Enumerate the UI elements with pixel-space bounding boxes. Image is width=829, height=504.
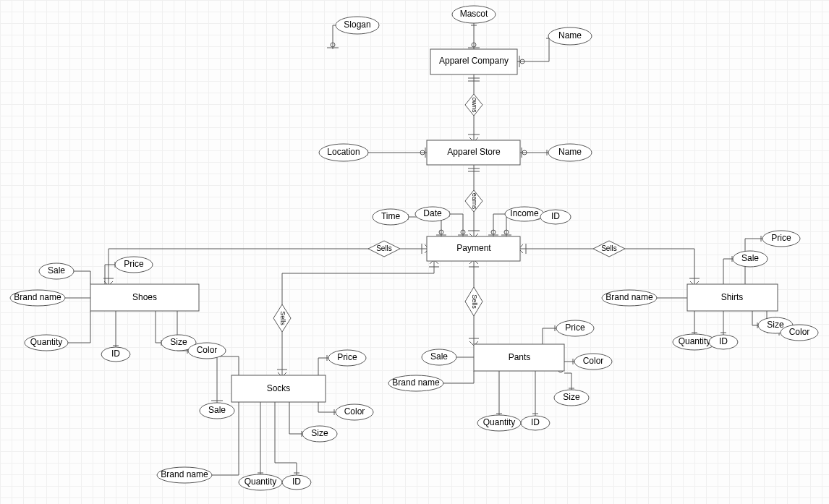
attr-shirts-sale-label: Sale bbox=[741, 253, 759, 263]
attr-slogan-label: Slogan bbox=[344, 20, 370, 30]
attr-as-name-label: Name bbox=[558, 147, 582, 157]
attr-socks-color-label: Color bbox=[344, 406, 365, 417]
attr-pants-sale-label: Sale bbox=[430, 351, 448, 362]
attr-shoes-price-label: Price bbox=[124, 259, 144, 269]
entity-payment-label: Payment bbox=[456, 243, 491, 253]
entity-apparel-company-label: Apparel Company bbox=[439, 56, 509, 66]
attr-date-label: Date bbox=[423, 208, 442, 218]
rel-sells-pants-label: Sells bbox=[471, 294, 478, 309]
attr-ac-name-label: Name bbox=[558, 30, 582, 40]
rel-earns-label: earns bbox=[471, 193, 478, 210]
attr-shirts-id-label: ID bbox=[719, 336, 728, 346]
attr-mascot-label: Mascot bbox=[460, 9, 488, 19]
attr-income-label: Income bbox=[510, 208, 539, 218]
attr-shirts-brand-label: Brand name bbox=[605, 292, 653, 302]
attr-shirts-color-label: Color bbox=[789, 327, 810, 337]
attr-pants-brand-label: Brand name bbox=[392, 377, 440, 388]
attr-socks-qty-label: Quantity bbox=[245, 477, 277, 487]
rel-sells-socks-label: Sells bbox=[279, 311, 286, 325]
attr-pants-color-label: Color bbox=[583, 356, 604, 366]
attr-pants-price-label: Price bbox=[565, 323, 585, 333]
attr-shoes-color-label: Color bbox=[197, 345, 218, 355]
attr-location-label: Location bbox=[327, 147, 360, 157]
rel-owns-label: owns bbox=[471, 97, 478, 113]
attr-socks-size-label: Size bbox=[311, 428, 328, 438]
attr-pay-id-label: ID bbox=[551, 211, 560, 221]
entity-shirts-label: Shirts bbox=[721, 292, 744, 302]
attr-socks-brand-label: Brand name bbox=[161, 469, 208, 479]
attr-shirts-price-label: Price bbox=[771, 233, 791, 243]
attr-socks-price-label: Price bbox=[337, 352, 357, 362]
attr-pants-qty-label: Quantity bbox=[483, 417, 516, 427]
entity-shoes-label: Shoes bbox=[132, 292, 157, 302]
attr-pants-id-label: ID bbox=[531, 417, 540, 427]
attr-time-label: Time bbox=[381, 211, 401, 221]
rel-sells-shirts-label: Sells bbox=[601, 244, 617, 252]
attr-shoes-brand-label: Brand name bbox=[14, 292, 61, 302]
attr-shoes-sale-label: Sale bbox=[48, 265, 65, 276]
entity-apparel-store-label: Apparel Store bbox=[447, 147, 501, 157]
attr-shirts-size-label: Size bbox=[767, 320, 784, 330]
attr-shoes-id-label: ID bbox=[111, 349, 120, 359]
entity-pants-label: Pants bbox=[509, 352, 531, 362]
attr-shoes-size-label: Size bbox=[170, 337, 187, 347]
attr-socks-sale-label: Sale bbox=[208, 405, 226, 415]
attr-shirts-qty-label: Quantity bbox=[679, 336, 711, 346]
rel-sells-shoes-label: Sells bbox=[376, 244, 392, 252]
er-diagram: Apparel Company Apparel Store Payment Sh… bbox=[0, 0, 829, 504]
attr-shoes-qty-label: Quantity bbox=[30, 337, 63, 347]
entity-socks-label: Socks bbox=[267, 383, 291, 393]
attr-pants-size-label: Size bbox=[563, 392, 580, 402]
attr-socks-id-label: ID bbox=[292, 477, 301, 487]
